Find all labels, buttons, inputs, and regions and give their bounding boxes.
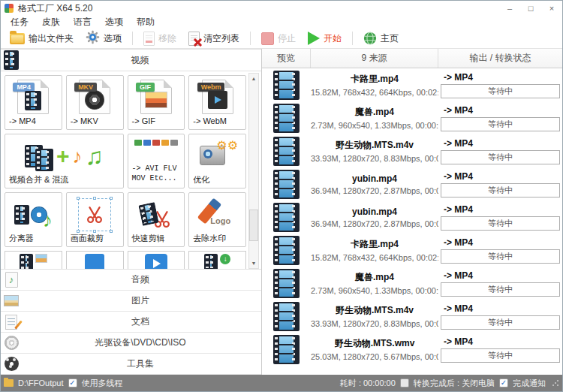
file-name: 卡路里.mp4 xyxy=(311,73,438,86)
column-source[interactable]: 9 来源 xyxy=(311,49,438,68)
format-factory-window: 格式工厂 X64 5.20 – □ × 任务 皮肤 语言 选项 帮助 输出文件夹 xyxy=(0,0,563,392)
file-name: yubin.mp4 xyxy=(311,173,438,184)
output-folder-button[interactable]: 输出文件夹 xyxy=(4,29,80,47)
card-partial-player[interactable] xyxy=(128,251,185,269)
card-partial-downloader[interactable]: ↓ xyxy=(188,251,246,269)
card-partial-screen-recorder[interactable] xyxy=(66,251,124,269)
menu-help[interactable]: 帮助 xyxy=(130,16,161,29)
resize-grip[interactable] xyxy=(552,379,559,387)
section-picture[interactable]: 图片 xyxy=(1,291,261,312)
card-optimize[interactable]: ⚙⚙ 优化 xyxy=(188,134,246,188)
task-row[interactable]: 野生动物.MTS.wmv 25.03M, 1280x720, 5.67Mbps,… xyxy=(262,333,562,366)
video-thumbnail-icon xyxy=(273,104,300,133)
section-video-header[interactable]: 视频 xyxy=(1,49,261,71)
task-row[interactable]: 野生动物.MTS.m4v 33.93M, 1280x720, 8.83Mbps,… xyxy=(262,134,562,167)
status-badge: 等待中 xyxy=(441,249,560,264)
target-format: -> MP4 xyxy=(441,204,560,215)
target-format: -> MP4 xyxy=(441,237,560,248)
section-rom-device[interactable]: 光驱设备\DVD\CD\ISO xyxy=(1,333,261,354)
close-button[interactable]: × xyxy=(541,1,562,16)
status-bar-right: 耗时 : 00:00:00 转换完成后 : 关闭电脑 ✓ 完成通知 xyxy=(340,378,559,389)
scrollbar-track[interactable] xyxy=(249,83,258,258)
card-to-mp4[interactable]: MP4 -> MP4 xyxy=(5,75,62,130)
task-row[interactable]: 卡路里.mp4 15.82M, 768x432, 664Kbps, 00:02:… xyxy=(262,68,562,101)
menu-language[interactable]: 语言 xyxy=(67,16,98,29)
card-to-webm[interactable]: Webm -> WebM xyxy=(188,75,246,130)
file-info: 2.73M, 960x540, 1.33Mbps, 00:00:15 xyxy=(311,121,438,130)
file-page-icon: MKV xyxy=(79,80,110,114)
multithread-label[interactable]: 使用多线程 xyxy=(82,378,123,389)
card-label: 优化 xyxy=(193,175,243,185)
clear-list-button[interactable]: 清空列表 xyxy=(182,29,245,47)
gears-icon: ⚙⚙ xyxy=(216,140,238,152)
card-to-avi-flv-mov[interactable]: -> AVI FLV MOV Etc... xyxy=(128,134,185,188)
start-button[interactable]: 开始 xyxy=(302,29,348,47)
remove-icon xyxy=(143,32,155,46)
column-output-status[interactable]: 输出 / 转换状态 xyxy=(438,49,562,68)
photo-icon xyxy=(35,254,47,263)
partial-card-row: ↓ xyxy=(5,251,246,269)
task-row[interactable]: 野生动物.MTS.m4v 33.93M, 1280x720, 8.83Mbps,… xyxy=(262,300,562,333)
app-icon xyxy=(5,4,14,13)
menu-tasks[interactable]: 任务 xyxy=(4,16,35,29)
task-row[interactable]: 魔兽.mp4 2.73M, 960x540, 1.33Mbps, 00:00:1… xyxy=(262,101,562,134)
clear-list-label: 清空列表 xyxy=(203,32,239,45)
maximize-button[interactable]: □ xyxy=(520,1,541,16)
notify-checkbox[interactable]: ✓ xyxy=(499,378,508,387)
card-label: 快速剪辑 xyxy=(132,234,182,244)
left-panel-scrollbar[interactable]: ▲ ▼ xyxy=(248,73,259,269)
logo-word: Logo xyxy=(210,216,230,225)
scroll-down-icon[interactable]: ▼ xyxy=(249,258,258,268)
file-name: 野生动物.MTS.m4v xyxy=(311,304,438,317)
target-format: -> MP4 xyxy=(441,336,560,347)
video-thumbnail-icon xyxy=(273,302,300,331)
section-label: 音频 xyxy=(20,273,261,286)
menu-skins[interactable]: 皮肤 xyxy=(35,16,67,29)
scroll-up-icon[interactable]: ▲ xyxy=(249,74,258,83)
remove-button: 移除 xyxy=(137,29,182,47)
section-label: 图片 xyxy=(20,294,261,307)
target-format: -> MP4 xyxy=(441,270,560,281)
shutdown-checkbox[interactable] xyxy=(400,378,409,387)
card-partial-video-to-picture[interactable] xyxy=(5,251,62,269)
multithread-checkbox[interactable]: ✓ xyxy=(68,378,77,387)
column-preview[interactable]: 预览 xyxy=(262,49,311,68)
video-thumbnail-icon xyxy=(273,170,300,199)
section-audio[interactable]: ♪ 音频 xyxy=(1,270,261,291)
task-row[interactable]: 魔兽.mp4 2.73M, 960x540, 1.33Mbps, 00:00:1… xyxy=(262,267,562,300)
task-list-panel: 预览 9 来源 输出 / 转换状态 卡路里.mp4 15.82M, 768x43… xyxy=(262,49,562,375)
film-strip-icon xyxy=(204,254,218,269)
card-to-gif[interactable]: GIF -> GIF xyxy=(128,75,185,130)
video-section-label: 视频 xyxy=(19,54,261,67)
window-title: 格式工厂 X64 5.20 xyxy=(18,2,92,15)
merge-icon: + ♪ ♫ xyxy=(8,137,120,176)
card-quick-clip[interactable]: 快速剪辑 xyxy=(128,192,185,247)
scrollbar-thumb[interactable] xyxy=(249,210,258,241)
task-row[interactable]: 卡路里.mp4 15.82M, 768x432, 664Kbps, 00:02:… xyxy=(262,234,562,267)
home-button[interactable]: 主页 xyxy=(357,29,405,47)
task-row[interactable]: yubin.mp4 36.94M, 1280x720, 2.87Mbps, 00… xyxy=(262,167,562,201)
card-crop[interactable]: 画面裁剪 xyxy=(66,192,124,247)
minimize-button[interactable]: – xyxy=(499,1,520,16)
task-row[interactable]: yubin.mp4 36.94M, 1280x720, 2.87Mbps, 00… xyxy=(262,201,562,234)
file-info: 36.94M, 1280x720, 2.87Mbps, 00:03:52 xyxy=(311,219,438,228)
card-to-mkv[interactable]: MKV -> MKV xyxy=(66,75,124,130)
audio-icon: ♪ xyxy=(3,272,20,288)
status-badge: 等待中 xyxy=(441,150,560,164)
status-bar: D:\FFOutput ✓ 使用多线程 耗时 : 00:00:00 转换完成后 … xyxy=(1,375,562,391)
video-thumbnail-icon xyxy=(273,203,300,232)
section-document[interactable]: 文档 xyxy=(1,312,261,333)
notify-label[interactable]: 完成通知 xyxy=(513,378,546,389)
format-icons xyxy=(131,140,182,146)
card-remove-watermark[interactable]: Logo 去除水印 xyxy=(188,192,246,247)
menu-options[interactable]: 选项 xyxy=(98,16,130,29)
file-info: 36.94M, 1280x720, 2.87Mbps, 00:03:52 xyxy=(311,186,438,195)
card-splitter[interactable]: ♪ 分离器 xyxy=(5,192,62,247)
target-format: -> MP4 xyxy=(441,303,560,314)
output-path[interactable]: D:\FFOutput xyxy=(18,378,64,387)
shutdown-label[interactable]: 转换完成后 : 关闭电脑 xyxy=(414,378,495,389)
card-video-merge-mux[interactable]: + ♪ ♫ 视频合并 & 混流 xyxy=(5,134,124,188)
quick-clip-icon xyxy=(131,195,182,233)
options-button[interactable]: 选项 xyxy=(80,29,128,47)
section-toolset[interactable]: 工具集 xyxy=(1,354,261,375)
